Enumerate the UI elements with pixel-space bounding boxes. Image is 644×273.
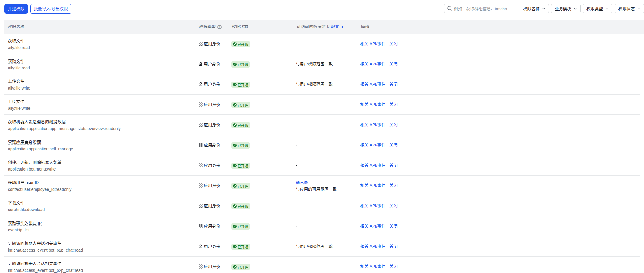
svg-text:?: ? [219, 25, 220, 28]
